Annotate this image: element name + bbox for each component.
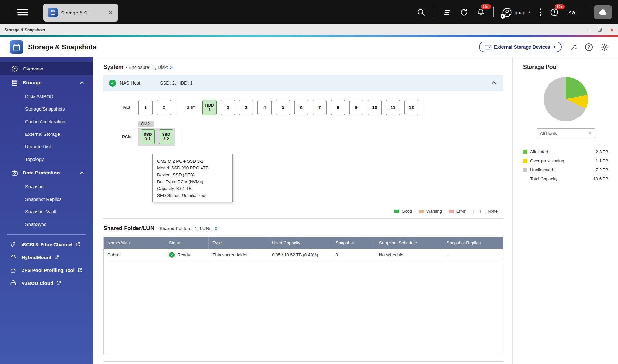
disk-slot[interactable]: 4 [258,100,272,115]
column-header-used-capacity[interactable]: Used Capacity [268,237,332,249]
system-heading: System - Enclosure: 1 , Disk: 3 [103,64,503,70]
sidebar-item-disks-vjbod[interactable]: Disks/VJBOD [0,90,93,103]
topbar-separator [493,7,494,17]
column-header-type[interactable]: Type [209,237,268,249]
storage-snapshots-app-icon [48,8,58,17]
status-ready-icon: ✓ [169,252,175,258]
disk-slot[interactable]: 11 [386,100,400,115]
external-storage-devices-dropdown[interactable]: External Storage Devices ▼ [479,42,562,52]
column-header-snapshot[interactable]: Snapshot [332,237,375,249]
desktop-topbar: Storage & S... ✕ 10+ ★ [0,0,618,24]
disk-slot[interactable]: 8 [331,100,345,115]
pool-selector-dropdown[interactable]: All Pools ▼ [537,128,595,138]
user-name: qnap [515,10,525,15]
recycle-sync-icon[interactable] [460,8,468,17]
tab-close-icon[interactable]: ✕ [107,9,114,16]
wizard-wand-icon[interactable] [569,43,577,51]
sidebar-item-snapshot-vault[interactable]: Snapshot Vault [0,205,93,218]
disk-slot[interactable]: 5 [276,100,290,115]
system-events-icon[interactable]: 10+ [550,8,559,17]
more-options-kebab-icon[interactable] [539,8,542,17]
maximize-button[interactable] [598,28,602,32]
sidebar-item-vjbod-cloud[interactable]: VJBOD Cloud [0,276,93,289]
sidebar-item-snapsync[interactable]: SnapSync [0,218,93,230]
disk-slot[interactable]: 6 [294,100,308,115]
window-controls: – ✕ [587,27,613,33]
disk-slot-m2-1[interactable]: 1 [138,100,153,115]
sidebar-item-hybridmount[interactable]: HybridMount [0,251,93,264]
bay-label: 3.5" [183,105,198,110]
sidebar-item-storage-snapshots[interactable]: Storage/Snapshots [0,103,93,115]
sidebar-divider [7,234,86,235]
pool-stats: Allocated: 2.3 TB Over-provisioning: 1.1… [523,147,608,183]
topbar-separator [434,7,434,17]
disk-slot-ssd-3-1[interactable]: SSD 3-1 [141,129,155,144]
help-icon[interactable]: ? [585,43,593,51]
stat-allocated: Allocated: 2.3 TB [523,147,608,156]
disk-slot[interactable]: 2 [221,100,235,115]
main-menu-button[interactable] [17,8,29,16]
column-header-status[interactable]: Status [165,237,209,249]
disk-slot[interactable]: 10 [368,100,382,115]
chevron-down-icon: ▼ [589,132,592,135]
settings-gear-icon[interactable] [600,43,609,51]
column-header-snapshot-replica[interactable]: Snapshot Replica [443,237,503,249]
sidebar-item-remote-disk[interactable]: Remote Disk [0,140,93,153]
screen: Storage & S... ✕ 10+ ★ [0,0,618,364]
nas-host-header[interactable]: ✓ NAS Host SSD: 2, HDD: 1 [103,75,503,91]
pool-selector-value: All Pools [540,131,557,136]
table-empty-area [104,261,503,354]
storage-pool-pie-chart [544,77,588,121]
shared-folder-table: Name/Alias Status Type Used Capacity Sna… [103,237,503,354]
sidebar-section-storage[interactable]: Storage [0,75,93,90]
myqnapcloud-icon[interactable] [594,5,612,19]
storage-pool-title: Storage Pool [523,64,608,70]
background-tasks-icon[interactable] [443,8,451,17]
app-tab-storage-snapshots[interactable]: Storage & S... ✕ [43,4,118,22]
disk-slot-ssd-3-2[interactable]: SSD 3-2 [159,129,173,144]
resource-monitor-gauge-icon[interactable] [567,8,576,17]
sidebar-item-topology[interactable]: Topology [0,153,93,165]
app-header: Storage & Snapshots External Storage Dev… [0,37,618,57]
hybridmount-cloud-icon [10,254,17,260]
close-button[interactable]: ✕ [610,27,613,33]
pcie-label: PCIe [119,135,134,139]
sidebar-item-snapshot[interactable]: Snapshot [0,180,93,193]
sidebar-section-data-protection[interactable]: Data Protection [0,165,93,180]
notifications-bell-icon[interactable]: 10+ [477,8,485,16]
disk-slot-row-1: M.2 1 2 3.5" HDD 1 2 3 4 5 6 [103,100,503,115]
legend-error-swatch [449,210,454,213]
disk-slot-hdd-1[interactable]: HDD 1 [202,100,217,115]
shared-folders-count: 1 [195,226,197,231]
disk-slot[interactable]: 7 [313,100,327,115]
column-header-name-alias[interactable]: Name/Alias [104,237,165,249]
collapse-chevron-up-icon[interactable] [491,81,496,85]
sidebar-item-external-storage[interactable]: External Storage [0,128,93,140]
column-header-snapshot-schedule[interactable]: Snapshot Schedule [375,237,443,249]
events-badge: 10+ [555,4,565,9]
cell-snapshot: 0 [332,249,375,261]
sidebar-item-overview[interactable]: Overview [0,62,93,75]
disk-slot-m2-2[interactable]: 2 [157,100,171,115]
disk-slot-row-2: PCIe QM2 SSD 3-1 SSD 3-2 [103,128,503,146]
search-icon[interactable] [417,8,426,17]
table-row-public[interactable]: Public ✓ Ready Thin shared folder 0.05 /… [104,249,503,261]
stat-unallocated: Unallocated: 7.2 TB [523,165,608,174]
external-link-icon [54,255,59,260]
user-menu[interactable]: ★ qnap ▼ [502,7,531,17]
nas-host-label: NAS Host [120,80,160,86]
user-star-badge-icon: ★ [501,14,505,19]
shared-folder-heading: Shared Folder/LUN - Shared Folders: 1 , … [103,225,503,232]
minimize-button[interactable]: – [587,28,590,32]
topbar-actions: 10+ ★ qnap ▼ 10+ [417,5,618,19]
disk-slot[interactable]: 3 [239,100,253,115]
sidebar-item-snapshot-replica[interactable]: Snapshot Replica [0,193,93,205]
topbar-separator [585,7,585,17]
app-header-actions: External Storage Devices ▼ ? [479,42,618,52]
disk-slot[interactable]: 12 [404,100,418,115]
sidebar-item-cache-acceleration[interactable]: Cache Acceleration [0,115,93,128]
sidebar-item-zfs-pool-profiling-tool[interactable]: ZFS Pool Profiling Tool [0,264,93,276]
sidebar-item-iscsi-fibre-channel[interactable]: iSCSI & Fibre Channel [0,238,93,251]
disk-slot[interactable]: 9 [349,100,363,115]
cell-used-capacity: 0.05 / 10.52 TB (0.48%) [268,249,332,261]
